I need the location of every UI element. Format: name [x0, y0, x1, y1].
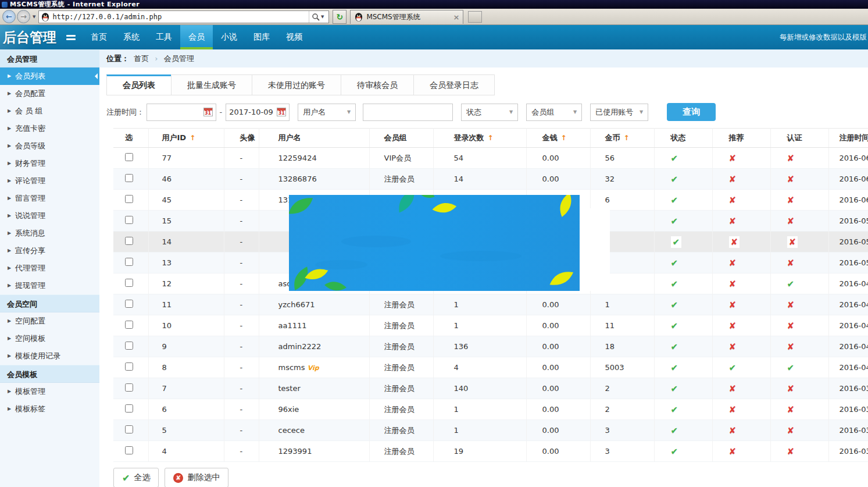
- tab-会员登录日志[interactable]: 会员登录日志: [413, 74, 495, 95]
- sidebar-item-会 员 组[interactable]: ▶会 员 组: [0, 102, 99, 120]
- sidebar-item-代理管理[interactable]: ▶代理管理: [0, 260, 99, 277]
- row-checkbox[interactable]: [125, 216, 133, 224]
- status-check-icon[interactable]: ✔: [671, 174, 678, 184]
- verified-cross-icon[interactable]: ✘: [787, 300, 795, 310]
- nav-item-小说[interactable]: 小说: [213, 25, 245, 49]
- recommend-cross-icon[interactable]: ✘: [729, 258, 737, 268]
- verified-cross-icon[interactable]: ✘: [787, 342, 795, 352]
- sort-asc-icon[interactable]: ↑: [190, 134, 195, 142]
- select-all-button[interactable]: ✔ 全选: [113, 468, 159, 487]
- menu-toggle-icon[interactable]: [66, 33, 76, 42]
- group-select[interactable]: 会员组▼: [526, 104, 582, 121]
- sidebar-item-模板标签[interactable]: ▶模板标签: [0, 400, 99, 418]
- sidebar-item-会员配置[interactable]: ▶会员配置: [0, 85, 99, 102]
- sort-asc-icon[interactable]: ↑: [624, 134, 630, 142]
- sidebar-item-充值卡密[interactable]: ▶充值卡密: [0, 120, 99, 137]
- verified-check-icon[interactable]: ✔: [787, 362, 795, 373]
- verified-cross-icon[interactable]: ✘: [787, 216, 795, 226]
- nav-item-工具[interactable]: 工具: [148, 25, 180, 49]
- sidebar-item-说说管理[interactable]: ▶说说管理: [0, 207, 99, 225]
- row-checkbox[interactable]: [125, 195, 133, 203]
- status-check-icon[interactable]: ✔: [671, 446, 678, 457]
- verified-cross-icon[interactable]: ✘: [787, 174, 795, 184]
- verified-cross-icon[interactable]: ✘: [787, 425, 795, 436]
- sidebar-item-留言管理[interactable]: ▶留言管理: [0, 190, 99, 207]
- status-check-icon[interactable]: ✔: [671, 321, 678, 331]
- sidebar-item-宣传分享[interactable]: ▶宣传分享: [0, 242, 99, 260]
- row-checkbox[interactable]: [125, 383, 133, 392]
- history-dropdown-icon[interactable]: ▼: [33, 15, 35, 19]
- sidebar-item-空间模板[interactable]: ▶空间模板: [0, 330, 99, 347]
- col-header-金钱[interactable]: 金钱↑: [526, 129, 590, 148]
- row-checkbox[interactable]: [125, 425, 133, 433]
- row-checkbox[interactable]: [125, 237, 133, 245]
- sidebar-item-财务管理[interactable]: ▶财务管理: [0, 155, 99, 172]
- row-checkbox[interactable]: [125, 174, 133, 182]
- recommend-cross-icon[interactable]: ✘: [729, 321, 737, 331]
- recommend-cross-icon[interactable]: ✘: [729, 300, 737, 310]
- col-header-登录次数[interactable]: 登录次数↑: [433, 129, 526, 148]
- status-check-icon[interactable]: ✔: [671, 153, 678, 163]
- browser-forward-button[interactable]: →: [17, 10, 30, 23]
- delete-selected-button[interactable]: ✘ 删除选中: [165, 468, 228, 487]
- recommend-cross-icon[interactable]: ✘: [729, 236, 740, 248]
- address-bar[interactable]: http://127.0.0.1/admin.php ▼: [38, 10, 329, 23]
- tab-批量生成账号[interactable]: 批量生成账号: [171, 74, 252, 95]
- status-check-icon[interactable]: ✔: [671, 383, 678, 394]
- used-account-select[interactable]: 已使用账号▼: [590, 104, 648, 121]
- sidebar-item-会员列表[interactable]: ▶会员列表: [0, 67, 99, 85]
- verified-cross-icon[interactable]: ✘: [787, 236, 798, 248]
- status-select[interactable]: 状态▼: [461, 104, 518, 121]
- recommend-cross-icon[interactable]: ✘: [729, 153, 737, 163]
- recommend-cross-icon[interactable]: ✘: [729, 195, 737, 205]
- tab-close-icon[interactable]: ×: [453, 13, 459, 22]
- row-checkbox[interactable]: [125, 258, 133, 266]
- sidebar-item-空间配置[interactable]: ▶空间配置: [0, 312, 99, 330]
- row-checkbox[interactable]: [125, 279, 133, 287]
- sort-asc-icon[interactable]: ↑: [561, 134, 567, 142]
- sidebar-item-系统消息[interactable]: ▶系统消息: [0, 225, 99, 242]
- recommend-cross-icon[interactable]: ✘: [729, 383, 737, 394]
- row-checkbox[interactable]: [125, 321, 133, 329]
- verified-cross-icon[interactable]: ✘: [787, 153, 795, 163]
- browser-back-button[interactable]: ←: [2, 10, 16, 23]
- nav-item-首页[interactable]: 首页: [83, 25, 115, 49]
- refresh-button[interactable]: ↻: [333, 10, 347, 24]
- sidebar-item-模板管理[interactable]: ▶模板管理: [0, 383, 99, 400]
- sidebar-item-提现管理[interactable]: ▶提现管理: [0, 277, 99, 294]
- recommend-cross-icon[interactable]: ✘: [729, 216, 737, 226]
- sidebar-item-会员等级[interactable]: ▶会员等级: [0, 137, 99, 155]
- row-checkbox[interactable]: [125, 153, 133, 161]
- verified-check-icon[interactable]: ✔: [787, 279, 795, 289]
- row-checkbox[interactable]: [125, 404, 133, 413]
- date-from-input[interactable]: 31: [147, 104, 216, 121]
- new-tab-button[interactable]: [468, 11, 482, 23]
- col-header-金币[interactable]: 金币↑: [590, 129, 654, 148]
- verified-cross-icon[interactable]: ✘: [787, 383, 795, 394]
- search-dropdown-icon[interactable]: ▼: [321, 15, 324, 19]
- calendar-icon[interactable]: 31: [203, 108, 213, 116]
- field-select[interactable]: 用户名▼: [298, 104, 356, 121]
- browser-tab[interactable]: MSCMS管理系统 ×: [350, 10, 463, 24]
- search-icon[interactable]: [312, 13, 320, 21]
- date-to-input[interactable]: 2017-10-09 31: [226, 104, 290, 121]
- status-check-icon[interactable]: ✔: [671, 300, 678, 310]
- status-check-icon[interactable]: ✔: [671, 404, 678, 415]
- status-check-icon[interactable]: ✔: [671, 236, 682, 248]
- tab-未使用过的账号[interactable]: 未使用过的账号: [252, 74, 341, 95]
- recommend-cross-icon[interactable]: ✘: [729, 404, 737, 415]
- tab-待审核会员[interactable]: 待审核会员: [341, 74, 414, 95]
- recommend-cross-icon[interactable]: ✘: [729, 342, 737, 352]
- calendar-icon[interactable]: 31: [277, 108, 286, 116]
- row-checkbox[interactable]: [125, 362, 133, 371]
- nav-item-视频[interactable]: 视频: [278, 25, 310, 49]
- status-check-icon[interactable]: ✔: [671, 342, 678, 352]
- nav-item-会员[interactable]: 会员: [180, 25, 213, 49]
- recommend-cross-icon[interactable]: ✘: [729, 446, 737, 457]
- url-text[interactable]: http://127.0.0.1/admin.php: [52, 13, 309, 21]
- sidebar-item-模板使用记录[interactable]: ▶模板使用记录: [0, 347, 99, 365]
- breadcrumb-home-link[interactable]: 首页: [134, 54, 149, 63]
- row-checkbox[interactable]: [125, 446, 133, 454]
- recommend-check-icon[interactable]: ✔: [729, 362, 737, 373]
- verified-cross-icon[interactable]: ✘: [787, 404, 795, 415]
